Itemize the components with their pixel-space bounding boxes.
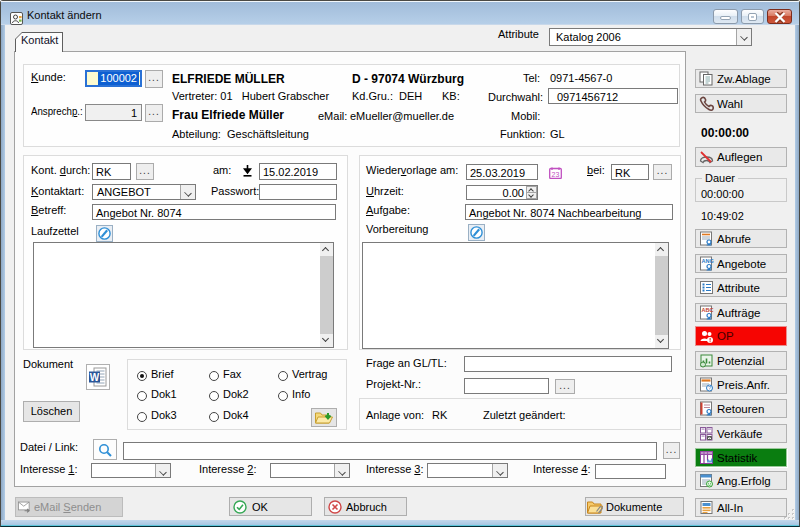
svg-text:W: W — [90, 372, 100, 383]
svg-text:23: 23 — [552, 171, 560, 178]
svg-text:ANG: ANG — [702, 258, 714, 264]
svg-text:?: ? — [708, 385, 711, 391]
svg-text:ABC: ABC — [702, 307, 714, 313]
